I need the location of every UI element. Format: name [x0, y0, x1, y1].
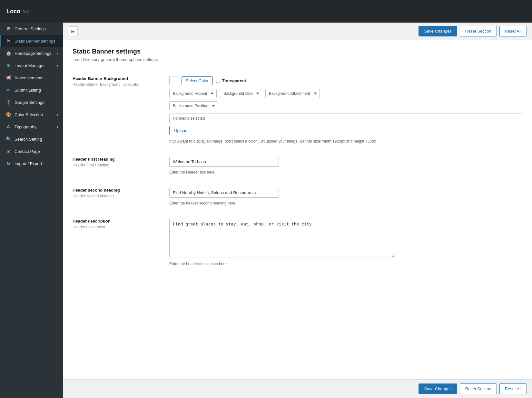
- bg-size-select[interactable]: Background Size autocovercontain: [220, 89, 262, 98]
- toolbar-left: ⊞: [68, 26, 416, 36]
- first-heading-sub: Header First Heading: [73, 163, 163, 167]
- dropdowns-row: Background Repeat no-repeatrepeatrepeat-…: [169, 89, 522, 98]
- contact-page-icon: ✉: [5, 148, 11, 154]
- typography-arrow-icon: ▾: [57, 125, 58, 129]
- description-controls: Enter the header description here.: [169, 219, 522, 266]
- sidebar-label-layout-manager: Layout Manager: [15, 63, 54, 68]
- layout-manager-icon: ≡: [5, 63, 11, 68]
- sidebar-item-google-settings[interactable]: 📍Google Settings: [0, 96, 63, 108]
- bg-position-select[interactable]: Background Position centertopbottomleftr…: [169, 101, 218, 110]
- sidebar-item-contact-page[interactable]: ✉Contact Page: [0, 145, 63, 157]
- sidebar-label-import-export: Import / Export: [15, 161, 58, 166]
- top-bar: Loco 1.0: [0, 0, 532, 23]
- homepage-settings-icon: 🏠: [5, 50, 11, 56]
- color-swatch[interactable]: [169, 76, 178, 85]
- banner-bg-controls: Select Color Transparent Background Repe…: [169, 76, 522, 144]
- main-panel: ⊞ Save Changes Reset Section Reset All S…: [63, 23, 532, 398]
- sidebar-label-color-selection: Color Selection: [15, 112, 54, 117]
- color-row: Select Color Transparent: [169, 76, 522, 85]
- sidebar-label-advertisements: Advertisements: [15, 75, 58, 80]
- search-setting-icon: 🔍: [5, 136, 11, 142]
- bg-attachment-select[interactable]: Background Attachment scrollfixedlocal: [265, 89, 320, 98]
- second-heading-hint: Enter the header second heading here.: [169, 201, 522, 205]
- layout-manager-arrow-icon: ▾: [57, 64, 58, 67]
- first-heading-label-col: Header First Heading Header First Headin…: [73, 157, 169, 174]
- sidebar-item-layout-manager[interactable]: ≡Layout Manager▾: [0, 59, 63, 72]
- page-title: Static Banner settings: [73, 48, 522, 55]
- select-color-button[interactable]: Select Color: [182, 76, 213, 85]
- upload-button[interactable]: Upload: [169, 126, 192, 135]
- first-heading-title: Header First Heading: [73, 157, 163, 162]
- description-hint: Enter the header description here.: [169, 262, 522, 266]
- sidebar-item-typography[interactable]: ATypography▾: [0, 121, 63, 133]
- description-title: Header description: [73, 219, 163, 224]
- second-heading-label-col: Header second heading Header second head…: [73, 188, 169, 205]
- sidebar-item-general-settings[interactable]: ⚙General Settings: [0, 23, 63, 35]
- position-row: Background Position centertopbottomleftr…: [169, 101, 522, 110]
- form-row-first-heading: Header First Heading Header First Headin…: [73, 150, 522, 181]
- reset-section-button-bottom[interactable]: Reset Section: [460, 383, 497, 394]
- description-label-col: Header description Header description: [73, 219, 169, 266]
- second-heading-controls: Enter the header second heading here.: [169, 188, 522, 205]
- page-subtitle: Loco Directory general theme options set…: [73, 57, 522, 62]
- sidebar-label-homepage-settings: Homepage Settings: [15, 51, 54, 56]
- first-heading-hint: Enter the Header title here.: [169, 170, 522, 174]
- homepage-settings-arrow-icon: ▾: [57, 52, 58, 55]
- first-heading-input[interactable]: [169, 157, 279, 167]
- bg-repeat-select[interactable]: Background Repeat no-repeatrepeatrepeat-…: [169, 89, 217, 98]
- content-area: Static Banner settings Loco Directory ge…: [63, 40, 532, 379]
- app-version: 1.0: [23, 9, 29, 14]
- sidebar-label-static-banner: Static Banner settings: [15, 39, 58, 44]
- sidebar-label-typography: Typography: [15, 124, 54, 129]
- save-changes-button-bottom[interactable]: Save Changes: [419, 383, 457, 394]
- sidebar-item-static-banner[interactable]: ⚑Static Banner settings: [0, 35, 63, 47]
- reset-all-button-bottom[interactable]: Reset All: [499, 383, 527, 394]
- color-selection-icon: 🎨: [5, 112, 11, 117]
- banner-bg-hint: If you want to display an image, don't s…: [169, 139, 522, 144]
- transparent-label[interactable]: Transparent: [222, 78, 246, 83]
- banner-bg-sub: Header Banner Background, color, etc.: [73, 82, 163, 87]
- description-sub: Header description: [73, 225, 163, 229]
- form-row-description: Header description Header description En…: [73, 212, 522, 273]
- banner-bg-label-col: Header Banner Background Header Banner B…: [73, 76, 169, 144]
- sidebar-item-advertisements[interactable]: 📢Advertisements: [0, 72, 63, 84]
- advertisements-icon: 📢: [5, 75, 11, 81]
- layout: ⚙General Settings⚑Static Banner settings…: [0, 23, 532, 398]
- media-input[interactable]: [169, 114, 522, 123]
- color-selection-arrow-icon: ▾: [57, 113, 58, 116]
- second-heading-sub: Header second heading: [73, 194, 163, 198]
- second-heading-input[interactable]: [169, 188, 279, 198]
- import-export-icon: ↻: [5, 161, 11, 166]
- google-settings-icon: 📍: [5, 99, 11, 105]
- transparent-row: Transparent: [216, 78, 246, 83]
- typography-icon: A: [5, 124, 11, 130]
- sidebar-label-contact-page: Contact Page: [15, 149, 58, 154]
- submit-listing-icon: ✏: [5, 87, 11, 93]
- sidebar-item-color-selection[interactable]: 🎨Color Selection▾: [0, 108, 63, 121]
- sidebar-label-submit-listing: Submit Listing: [15, 88, 58, 93]
- sidebar-item-search-setting[interactable]: 🔍Search Setting: [0, 133, 63, 145]
- sidebar-label-general-settings: General Settings: [15, 26, 58, 31]
- sidebar-item-import-export[interactable]: ↻Import / Export: [0, 157, 63, 170]
- save-changes-button-top[interactable]: Save Changes: [419, 26, 457, 36]
- reset-section-button-top[interactable]: Reset Section: [460, 26, 497, 36]
- form-row-second-heading: Header second heading Header second head…: [73, 181, 522, 212]
- general-settings-icon: ⚙: [5, 26, 11, 32]
- sidebar-item-homepage-settings[interactable]: 🏠Homepage Settings▾: [0, 47, 63, 59]
- sidebar-label-google-settings: Google Settings: [15, 100, 58, 105]
- bottom-toolbar: Save Changes Reset Section Reset All: [63, 379, 532, 398]
- sidebar-label-search-setting: Search Setting: [15, 137, 58, 142]
- reset-all-button-top[interactable]: Reset All: [499, 26, 527, 36]
- sidebar: ⚙General Settings⚑Static Banner settings…: [0, 23, 63, 398]
- banner-bg-title: Header Banner Background: [73, 76, 163, 81]
- form-row-banner-bg: Header Banner Background Header Banner B…: [73, 70, 522, 150]
- transparent-checkbox[interactable]: [216, 79, 220, 83]
- sidebar-item-submit-listing[interactable]: ✏Submit Listing: [0, 84, 63, 96]
- second-heading-title: Header second heading: [73, 188, 163, 193]
- app-name: Loco: [6, 8, 20, 15]
- description-textarea[interactable]: [169, 219, 395, 257]
- first-heading-controls: Enter the Header title here.: [169, 157, 522, 174]
- top-toolbar: ⊞ Save Changes Reset Section Reset All: [63, 23, 532, 40]
- static-banner-icon: ⚑: [5, 38, 11, 44]
- grid-icon-button[interactable]: ⊞: [68, 26, 78, 36]
